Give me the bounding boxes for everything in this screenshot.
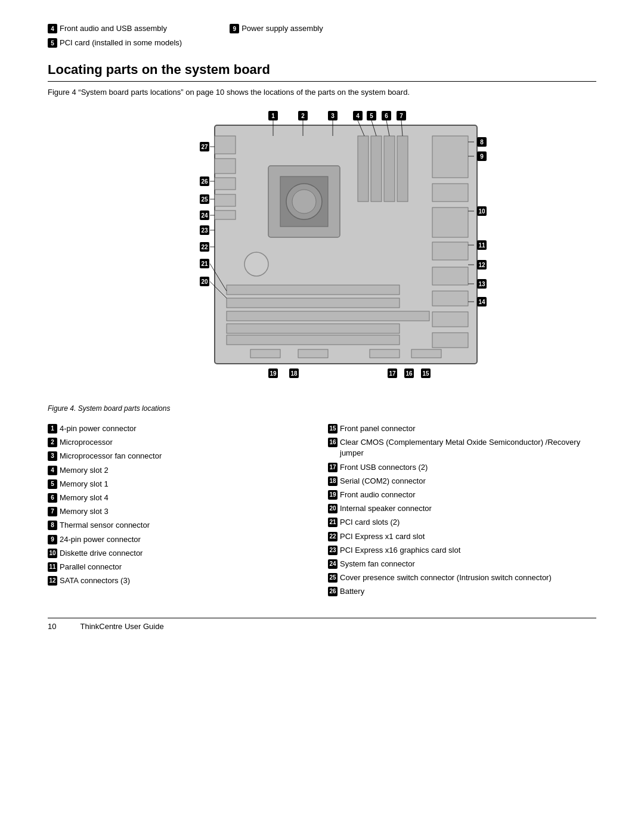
part-label: PCI Express x16 graphics card slot (340, 545, 596, 556)
svg-rect-38 (227, 285, 400, 295)
badge-10: 10 (48, 549, 57, 558)
badge-1: 1 (48, 424, 57, 433)
svg-rect-43 (250, 349, 280, 358)
badge-17: 17 (328, 463, 338, 472)
list-item: 24System fan connector (328, 559, 596, 569)
list-item: 6Memory slot 4 (48, 493, 304, 503)
list-item: 11Parallel connector (48, 562, 304, 572)
svg-text:17: 17 (389, 370, 396, 377)
svg-text:10: 10 (478, 208, 485, 215)
svg-text:19: 19 (270, 370, 277, 377)
svg-text:13: 13 (478, 281, 485, 287)
part-label: Microprocessor fan connector (60, 451, 304, 462)
svg-text:14: 14 (478, 299, 485, 305)
page-number: 10 (48, 622, 56, 631)
svg-point-37 (244, 252, 268, 276)
part-label: Serial (COM2) connector (340, 476, 596, 487)
svg-text:1: 1 (271, 113, 275, 119)
list-item: 25Cover presence switch connector (Intru… (328, 572, 596, 583)
svg-text:12: 12 (478, 262, 485, 268)
svg-text:9: 9 (480, 153, 484, 160)
svg-rect-32 (215, 136, 236, 154)
list-item: 15Front panel connector (328, 423, 596, 434)
badge-5: 5 (48, 38, 57, 48)
part-label: 4-pin power connector (60, 423, 304, 434)
list-item: 19Front audio connector (328, 490, 596, 500)
svg-rect-25 (432, 184, 468, 202)
badge-20: 20 (328, 504, 338, 513)
svg-rect-42 (227, 335, 400, 345)
list-item: 4Memory slot 2 (48, 465, 304, 476)
list-item: 18Serial (COM2) connector (328, 476, 596, 487)
svg-rect-24 (432, 136, 468, 178)
svg-rect-22 (384, 136, 395, 202)
badge-15: 15 (328, 424, 338, 433)
note-item-4: 4 Front audio and USB assembly (48, 24, 182, 33)
note-text-5: PCI card (installed in some models) (60, 38, 182, 47)
list-item: 924-pin power connector (48, 534, 304, 545)
list-item: 7Memory slot 3 (48, 506, 304, 517)
svg-rect-26 (432, 208, 468, 237)
svg-text:2: 2 (301, 113, 305, 119)
svg-text:23: 23 (201, 227, 208, 234)
note-item-9: 9 Power supply assembly (230, 24, 323, 33)
svg-text:3: 3 (331, 113, 335, 119)
part-label: Thermal sensor connector (60, 520, 304, 531)
svg-rect-21 (371, 136, 382, 202)
badge-26: 26 (328, 587, 338, 596)
badge-12: 12 (48, 576, 57, 586)
system-board-diagram: 1 2 3 4 5 6 7 (95, 106, 549, 398)
svg-text:6: 6 (385, 113, 388, 119)
part-label: Memory slot 1 (60, 479, 304, 490)
badge-25: 25 (328, 573, 338, 583)
list-item: 12SATA connectors (3) (48, 575, 304, 586)
badge-11: 11 (48, 562, 57, 572)
svg-rect-29 (432, 291, 468, 306)
part-label: Front audio connector (340, 490, 596, 500)
svg-rect-35 (215, 194, 236, 206)
svg-rect-33 (215, 159, 236, 174)
svg-text:25: 25 (201, 196, 208, 203)
list-item: 17Front USB connectors (2) (328, 462, 596, 473)
badge-18: 18 (328, 476, 338, 486)
parts-list-left: 14-pin power connector2Microprocessor3Mi… (48, 423, 322, 600)
list-item: 2Microprocessor (48, 437, 304, 448)
svg-rect-46 (411, 349, 441, 358)
svg-text:16: 16 (405, 370, 413, 377)
parts-list: 14-pin power connector2Microprocessor3Mi… (48, 423, 596, 600)
badge-4: 4 (48, 466, 57, 475)
top-notes-left: 4 Front audio and USB assembly 5 PCI car… (48, 24, 182, 50)
svg-text:24: 24 (201, 212, 208, 219)
part-label: Front USB connectors (2) (340, 462, 596, 473)
part-label: Front panel connector (340, 423, 596, 434)
part-label: Clear CMOS (Complementary Metal Oxide Se… (340, 437, 596, 459)
list-item: 22PCI Express x1 card slot (328, 531, 596, 542)
badge-19: 19 (328, 490, 338, 500)
svg-rect-31 (432, 333, 468, 348)
part-label: Internal speaker connector (340, 503, 596, 514)
list-item: 20Internal speaker connector (328, 503, 596, 514)
badge-24: 24 (328, 559, 338, 569)
badge-22: 22 (328, 532, 338, 541)
part-label: System fan connector (340, 559, 596, 569)
list-item: 10Diskette drive connector (48, 548, 304, 559)
svg-rect-39 (227, 298, 400, 308)
badge-23: 23 (328, 546, 338, 555)
svg-text:15: 15 (422, 370, 429, 377)
part-label: Microprocessor (60, 437, 304, 448)
svg-text:8: 8 (480, 139, 484, 145)
svg-rect-44 (298, 349, 328, 358)
page-footer: 10 ThinkCentre User Guide (48, 618, 596, 631)
guide-title: ThinkCentre User Guide (80, 622, 163, 631)
part-label: PCI Express x1 card slot (340, 531, 596, 542)
list-item: 14-pin power connector (48, 423, 304, 434)
svg-text:4: 4 (356, 113, 360, 119)
svg-rect-23 (397, 136, 408, 202)
figure-caption: Figure 4. System board parts locations (48, 404, 596, 413)
list-item: 5Memory slot 1 (48, 479, 304, 490)
badge-8: 8 (48, 521, 57, 530)
note-text-4: Front audio and USB assembly (60, 24, 167, 33)
part-label: PCI card slots (2) (340, 517, 596, 528)
top-notes-right: 9 Power supply assembly (230, 24, 323, 50)
list-item: 8Thermal sensor connector (48, 520, 304, 531)
